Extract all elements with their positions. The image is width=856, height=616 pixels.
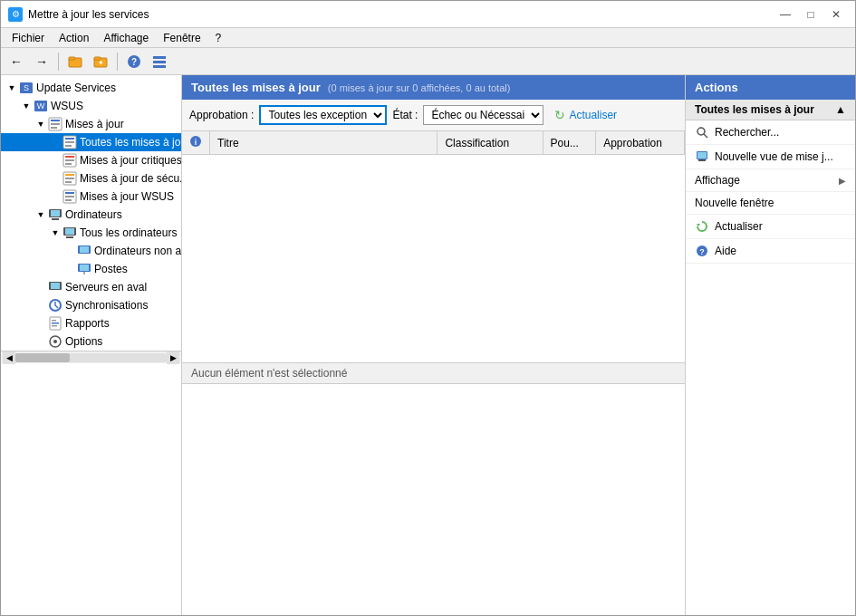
actions-panel: Actions Toutes les mises à jour ▲ Recher… <box>685 75 855 615</box>
svg-rect-15 <box>51 120 60 121</box>
sidebar-item-wsus-updates[interactable]: Mises à jour WSUS <box>1 188 181 206</box>
menu-action[interactable]: Action <box>52 30 96 46</box>
maximize-button[interactable]: □ <box>799 5 822 24</box>
mises-icon <box>48 117 63 131</box>
sidebar-label-non-assignes: Ordinateurs non a... <box>94 245 182 257</box>
action-item-affichage[interactable]: Affichage ▶ <box>686 169 855 192</box>
action-label-affichage: Affichage <box>695 174 740 187</box>
sidebar-label-sync: Synchronisations <box>65 299 148 312</box>
col-classification[interactable]: Classification <box>438 131 543 155</box>
sidebar-item-postes[interactable]: Postes <box>1 260 181 278</box>
col-pou[interactable]: Pou... <box>543 131 596 155</box>
approbation-select[interactable]: Toutes les exception <box>259 105 387 125</box>
sidebar-item-securite[interactable]: Mises à jour de sécu... <box>1 169 181 188</box>
action-item-nouvelle-vue[interactable]: Nouvelle vue de mise j... <box>686 145 855 169</box>
sidebar-label-wsus: WSUS <box>51 100 83 112</box>
action-section-arrow: ▲ <box>835 103 846 116</box>
menu-fenetre[interactable]: Fenêtre <box>156 30 207 46</box>
wsus-icon: W <box>34 99 48 113</box>
svg-rect-60 <box>697 152 707 159</box>
menu-help[interactable]: ? <box>208 30 229 46</box>
svg-rect-8 <box>153 61 166 63</box>
scroll-thumb[interactable] <box>15 353 70 362</box>
scroll-right-arrow[interactable]: ▶ <box>167 351 179 364</box>
main-area: ▼ S Update Services ▼ W WSUS ▼ Mi <box>1 75 855 615</box>
svg-text:i: i <box>195 138 197 147</box>
approbation-label: Approbation : <box>189 109 254 121</box>
toolbar-folder2-button[interactable]: ✦ <box>89 51 112 72</box>
etat-select[interactable]: Échec ou Nécessai <box>423 105 543 125</box>
sidebar-item-options[interactable]: Options <box>1 332 181 351</box>
nouvelle-vue-icon <box>695 149 709 164</box>
action-item-aide[interactable]: ? Aide <box>686 239 855 264</box>
non-assignes-icon <box>77 244 91 258</box>
svg-rect-24 <box>65 159 74 161</box>
sidebar-label-update-services: Update Services <box>36 82 116 94</box>
sidebar-item-mises-a-jour[interactable]: ▼ Mises à jour <box>1 115 181 133</box>
sidebar-item-critiques[interactable]: Mises à jour critiques... <box>1 151 181 169</box>
toolbar-help-button[interactable]: ? <box>122 51 146 72</box>
aide-icon: ? <box>695 244 709 258</box>
close-button[interactable]: ✕ <box>824 5 848 24</box>
content-header: Toutes les mises à jour (0 mises à jour … <box>182 75 685 100</box>
sidebar-item-non-assignes[interactable]: Ordinateurs non a... <box>1 242 181 260</box>
toutes-icon <box>63 135 77 149</box>
action-item-rechercher[interactable]: Rechercher... <box>686 120 855 145</box>
sidebar-scrollbar[interactable]: ◀ ▶ <box>1 351 181 363</box>
sidebar-item-ordinateurs[interactable]: ▼ Ordinateurs <box>1 206 181 224</box>
refresh-label: Actualiser <box>569 109 617 121</box>
tous-ordinateurs-icon <box>63 226 77 240</box>
svg-rect-23 <box>65 156 74 158</box>
sidebar-item-wsus[interactable]: ▼ W WSUS <box>1 97 181 115</box>
sidebar-item-update-services[interactable]: ▼ S Update Services <box>1 79 181 97</box>
menu-fichier[interactable]: Fichier <box>5 30 52 46</box>
svg-rect-38 <box>66 236 73 238</box>
actualiser-icon <box>695 219 709 234</box>
svg-rect-41 <box>80 246 89 253</box>
col-approbation[interactable]: Approbation <box>596 131 685 155</box>
tree-arrow: ▼ <box>34 207 48 222</box>
action-label-aide: Aide <box>715 245 736 257</box>
col-info[interactable]: i <box>182 131 210 155</box>
title-bar: ⚙ Mettre à jour les services — □ ✕ <box>1 1 855 28</box>
svg-point-53 <box>53 340 57 343</box>
sidebar-item-synchronisations[interactable]: Synchronisations <box>1 296 181 314</box>
sidebar-label-rapports: Rapports <box>65 317 110 330</box>
sidebar-label-ordinateurs: Ordinateurs <box>65 208 122 221</box>
menu-affichage[interactable]: Affichage <box>96 30 156 46</box>
tree-arrow: ▼ <box>19 99 34 113</box>
sidebar-item-serveurs[interactable]: Serveurs en aval <box>1 278 181 296</box>
action-item-actualiser[interactable]: Actualiser <box>686 215 855 239</box>
window-title: Mettre à jour les services <box>28 8 149 21</box>
toolbar-list-button[interactable] <box>148 51 171 72</box>
svg-rect-50 <box>52 322 59 324</box>
sidebar-label-options: Options <box>65 335 102 348</box>
sidebar-item-toutes-mises[interactable]: Toutes les mises à jo... <box>1 133 181 151</box>
toolbar-separator-1 <box>58 53 59 71</box>
refresh-button[interactable]: ↻ Actualiser <box>549 106 622 124</box>
col-titre[interactable]: Titre <box>210 131 438 155</box>
toolbar-forward-button[interactable]: → <box>30 51 53 72</box>
svg-rect-25 <box>65 163 72 165</box>
svg-rect-36 <box>51 210 60 217</box>
scroll-track <box>15 353 167 362</box>
action-label-rechercher: Rechercher... <box>715 126 779 139</box>
minimize-button[interactable]: — <box>774 5 797 24</box>
toolbar-folder-button[interactable] <box>63 51 87 72</box>
sidebar-label-mises-a-jour: Mises à jour <box>65 118 124 130</box>
svg-text:S: S <box>24 83 29 92</box>
sidebar-item-rapports[interactable]: Rapports <box>1 314 181 332</box>
table-header-row: i Titre Classification Pou... Approbatio… <box>182 131 685 155</box>
content-title: Toutes les mises à jour <box>191 81 321 94</box>
wsus-updates-icon <box>63 189 77 204</box>
title-bar-left: ⚙ Mettre à jour les services <box>8 7 149 22</box>
tree-arrow <box>48 153 63 168</box>
scroll-left-arrow[interactable]: ◀ <box>3 351 15 364</box>
action-item-nouvelle-fenetre[interactable]: Nouvelle fenêtre <box>686 192 855 215</box>
refresh-icon: ↻ <box>554 108 565 122</box>
sidebar-item-tous-ordinateurs[interactable]: ▼ Tous les ordinateurs <box>1 224 181 242</box>
tree-arrow: ▼ <box>5 81 19 95</box>
svg-rect-20 <box>65 141 74 143</box>
toolbar-back-button[interactable]: ← <box>5 51 28 72</box>
svg-rect-35 <box>52 218 59 220</box>
